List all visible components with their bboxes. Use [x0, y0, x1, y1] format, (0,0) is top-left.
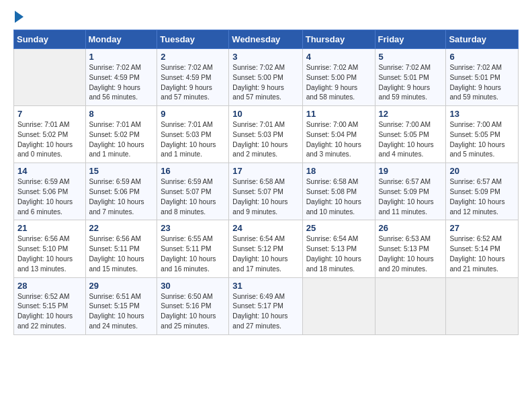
page-header [13, 11, 519, 23]
calendar-cell: 5Sunrise: 7:02 AMSunset: 5:01 PMDaylight… [375, 49, 446, 106]
calendar-cell: 12Sunrise: 7:00 AMSunset: 5:05 PMDayligh… [375, 106, 446, 163]
calendar-cell: 14Sunrise: 6:59 AMSunset: 5:06 PMDayligh… [14, 163, 86, 220]
day-number: 14 [17, 166, 82, 176]
weekday-header-saturday: Saturday [446, 30, 519, 49]
day-info: Sunrise: 6:53 AMSunset: 5:13 PMDaylight:… [379, 234, 443, 274]
day-number: 13 [449, 109, 515, 119]
weekday-header-monday: Monday [85, 30, 157, 49]
calendar-cell: 1Sunrise: 7:02 AMSunset: 4:59 PMDaylight… [85, 49, 157, 106]
calendar-cell: 15Sunrise: 6:59 AMSunset: 5:06 PMDayligh… [85, 163, 157, 220]
calendar-cell: 7Sunrise: 7:01 AMSunset: 5:02 PMDaylight… [14, 106, 86, 163]
calendar-week-row: 7Sunrise: 7:01 AMSunset: 5:02 PMDaylight… [14, 106, 519, 163]
day-number: 29 [89, 281, 154, 291]
day-number: 5 [379, 52, 443, 62]
weekday-header-friday: Friday [375, 30, 446, 49]
day-info: Sunrise: 7:01 AMSunset: 5:03 PMDaylight:… [232, 120, 298, 160]
day-info: Sunrise: 6:52 AMSunset: 5:15 PMDaylight:… [17, 292, 82, 332]
calendar-cell: 4Sunrise: 7:02 AMSunset: 5:00 PMDaylight… [302, 49, 375, 106]
day-info: Sunrise: 7:00 AMSunset: 5:05 PMDaylight:… [379, 120, 443, 160]
day-number: 28 [17, 281, 82, 291]
calendar-cell: 25Sunrise: 6:54 AMSunset: 5:13 PMDayligh… [302, 220, 375, 277]
calendar-cell: 8Sunrise: 7:01 AMSunset: 5:02 PMDaylight… [85, 106, 157, 163]
weekday-header-row: SundayMondayTuesdayWednesdayThursdayFrid… [14, 30, 519, 49]
day-info: Sunrise: 7:01 AMSunset: 5:02 PMDaylight:… [89, 120, 154, 160]
calendar-cell: 2Sunrise: 7:02 AMSunset: 4:59 PMDaylight… [157, 49, 229, 106]
day-info: Sunrise: 7:02 AMSunset: 4:59 PMDaylight:… [161, 63, 225, 103]
calendar-cell [375, 277, 446, 334]
calendar-cell: 10Sunrise: 7:01 AMSunset: 5:03 PMDayligh… [229, 106, 302, 163]
day-number: 16 [161, 166, 225, 176]
calendar-cell: 20Sunrise: 6:57 AMSunset: 5:09 PMDayligh… [446, 163, 519, 220]
day-info: Sunrise: 6:57 AMSunset: 5:09 PMDaylight:… [449, 177, 515, 217]
day-info: Sunrise: 6:58 AMSunset: 5:07 PMDaylight:… [232, 177, 298, 217]
calendar-cell: 19Sunrise: 6:57 AMSunset: 5:09 PMDayligh… [375, 163, 446, 220]
calendar-cell: 28Sunrise: 6:52 AMSunset: 5:15 PMDayligh… [14, 277, 86, 334]
calendar-cell: 21Sunrise: 6:56 AMSunset: 5:10 PMDayligh… [14, 220, 86, 277]
day-info: Sunrise: 7:02 AMSunset: 4:59 PMDaylight:… [89, 63, 154, 103]
day-number: 30 [161, 281, 225, 291]
day-number: 3 [232, 52, 298, 62]
calendar-cell: 22Sunrise: 6:56 AMSunset: 5:11 PMDayligh… [85, 220, 157, 277]
day-info: Sunrise: 6:59 AMSunset: 5:06 PMDaylight:… [17, 177, 82, 217]
day-info: Sunrise: 6:59 AMSunset: 5:07 PMDaylight:… [161, 177, 225, 217]
calendar-cell: 17Sunrise: 6:58 AMSunset: 5:07 PMDayligh… [229, 163, 302, 220]
day-info: Sunrise: 6:55 AMSunset: 5:11 PMDaylight:… [161, 234, 225, 274]
day-number: 10 [232, 109, 298, 119]
day-info: Sunrise: 7:02 AMSunset: 5:01 PMDaylight:… [379, 63, 443, 103]
day-number: 1 [89, 52, 154, 62]
day-info: Sunrise: 6:51 AMSunset: 5:15 PMDaylight:… [89, 292, 154, 332]
day-info: Sunrise: 6:52 AMSunset: 5:14 PMDaylight:… [449, 234, 515, 274]
calendar-cell [14, 49, 86, 106]
calendar-cell: 3Sunrise: 7:02 AMSunset: 5:00 PMDaylight… [229, 49, 302, 106]
weekday-header-wednesday: Wednesday [229, 30, 302, 49]
calendar-cell: 11Sunrise: 7:00 AMSunset: 5:04 PMDayligh… [302, 106, 375, 163]
logo [13, 11, 24, 23]
calendar-cell: 26Sunrise: 6:53 AMSunset: 5:13 PMDayligh… [375, 220, 446, 277]
day-number: 6 [449, 52, 515, 62]
day-info: Sunrise: 6:54 AMSunset: 5:13 PMDaylight:… [306, 234, 371, 274]
calendar-cell: 13Sunrise: 7:00 AMSunset: 5:05 PMDayligh… [446, 106, 519, 163]
day-number: 9 [161, 109, 225, 119]
calendar-cell: 29Sunrise: 6:51 AMSunset: 5:15 PMDayligh… [85, 277, 157, 334]
day-number: 8 [89, 109, 154, 119]
day-info: Sunrise: 6:56 AMSunset: 5:11 PMDaylight:… [89, 234, 154, 274]
day-number: 19 [379, 166, 443, 176]
day-number: 15 [89, 166, 154, 176]
day-info: Sunrise: 6:56 AMSunset: 5:10 PMDaylight:… [17, 234, 82, 274]
day-number: 2 [161, 52, 225, 62]
day-number: 12 [379, 109, 443, 119]
day-info: Sunrise: 7:02 AMSunset: 5:01 PMDaylight:… [449, 63, 515, 103]
day-info: Sunrise: 6:49 AMSunset: 5:17 PMDaylight:… [232, 292, 298, 332]
day-number: 7 [17, 109, 82, 119]
calendar-cell [302, 277, 375, 334]
calendar-cell: 27Sunrise: 6:52 AMSunset: 5:14 PMDayligh… [446, 220, 519, 277]
day-number: 26 [379, 223, 443, 233]
weekday-header-sunday: Sunday [14, 30, 86, 49]
day-info: Sunrise: 6:57 AMSunset: 5:09 PMDaylight:… [379, 177, 443, 217]
day-number: 17 [232, 166, 298, 176]
calendar-cell: 9Sunrise: 7:01 AMSunset: 5:03 PMDaylight… [157, 106, 229, 163]
calendar-week-row: 21Sunrise: 6:56 AMSunset: 5:10 PMDayligh… [14, 220, 519, 277]
day-number: 18 [306, 166, 371, 176]
day-number: 27 [449, 223, 515, 233]
calendar-cell: 31Sunrise: 6:49 AMSunset: 5:17 PMDayligh… [229, 277, 302, 334]
day-number: 11 [306, 109, 371, 119]
calendar-cell: 30Sunrise: 6:50 AMSunset: 5:16 PMDayligh… [157, 277, 229, 334]
day-number: 25 [306, 223, 371, 233]
logo-wing-icon [15, 11, 24, 23]
day-number: 21 [17, 223, 82, 233]
calendar-cell: 18Sunrise: 6:58 AMSunset: 5:08 PMDayligh… [302, 163, 375, 220]
day-number: 4 [306, 52, 371, 62]
day-info: Sunrise: 7:02 AMSunset: 5:00 PMDaylight:… [306, 63, 371, 103]
day-info: Sunrise: 6:59 AMSunset: 5:06 PMDaylight:… [89, 177, 154, 217]
calendar-week-row: 28Sunrise: 6:52 AMSunset: 5:15 PMDayligh… [14, 277, 519, 334]
day-number: 31 [232, 281, 298, 291]
calendar-cell [446, 277, 519, 334]
day-info: Sunrise: 6:54 AMSunset: 5:12 PMDaylight:… [232, 234, 298, 274]
day-number: 22 [89, 223, 154, 233]
weekday-header-thursday: Thursday [302, 30, 375, 49]
day-info: Sunrise: 7:01 AMSunset: 5:02 PMDaylight:… [17, 120, 82, 160]
calendar-table: SundayMondayTuesdayWednesdayThursdayFrid… [13, 30, 519, 335]
day-info: Sunrise: 7:00 AMSunset: 5:04 PMDaylight:… [306, 120, 371, 160]
weekday-header-tuesday: Tuesday [157, 30, 229, 49]
